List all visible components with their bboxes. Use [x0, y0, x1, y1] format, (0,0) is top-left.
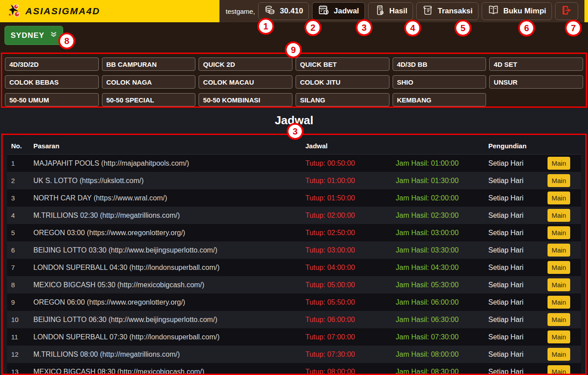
close-time: Tutup: 04:00:00	[301, 264, 392, 272]
bet-type-button[interactable]: 4D SET	[489, 57, 583, 71]
lottery-claw-icon	[6, 3, 21, 20]
coins-icon	[264, 4, 276, 18]
main-button[interactable]: Main	[547, 226, 570, 239]
market-name: UK S. LOTTO (https://ukslott.com/)	[29, 177, 301, 185]
bet-type-button[interactable]: SHIO	[393, 75, 487, 89]
bet-type-grid: 4D/3D/2DBB CAMPURANQUICK 2DQUICK BET4D/3…	[1, 53, 587, 108]
market-name: M.TRILLIONS 08:00 (http://megatrillions.…	[29, 351, 301, 359]
brand-name: ASIASIGMA4D	[25, 6, 100, 16]
nav-jadwal-button[interactable]: Jadwal	[312, 2, 365, 20]
main-button[interactable]: Main	[547, 157, 570, 170]
table-row: 2UK S. LOTTO (https://ukslott.com/)Tutup…	[7, 172, 581, 189]
table-row: 11LONDON SUPERBALL 07:30 (http://londons…	[7, 328, 581, 346]
draw-frequency: Setiap Hari	[484, 194, 543, 202]
result-time: Jam Hasil: 04:30:00	[392, 264, 484, 272]
bet-type-button[interactable]: COLOK BEBAS	[5, 75, 99, 89]
close-time: Tutup: 01:00:00	[301, 177, 392, 185]
nav-hasil-button[interactable]: Hasil	[368, 2, 414, 20]
bet-type-button[interactable]: 4D/3D/2D	[5, 57, 99, 71]
close-time: Tutup: 00:50:00	[301, 159, 392, 167]
nav-hasil-label: Hasil	[389, 7, 408, 16]
bet-type-button[interactable]: COLOK MACAU	[199, 75, 292, 89]
result-time: Jam Hasil: 01:30:00	[392, 177, 484, 185]
result-time: Jam Hasil: 03:00:00	[392, 229, 484, 237]
nav-jadwal-label: Jadwal	[334, 7, 359, 16]
market-name: M.TRILLIONS 02:30 (http://megatrillions.…	[29, 212, 301, 220]
balance-value: 30.410	[280, 7, 303, 16]
main-button[interactable]: Main	[547, 192, 570, 204]
close-time: Tutup: 07:00:00	[301, 333, 392, 341]
market-selector[interactable]: SYDNEY	[4, 26, 63, 45]
main-button[interactable]: Main	[547, 348, 570, 361]
table-body: 1MAJAPAHIT POOLS (http://majapahitpools.…	[7, 155, 581, 375]
row-number: 1	[7, 159, 29, 167]
market-name: NORTH CAR DAY (https://www.wral.com/)	[29, 194, 301, 202]
close-time: Tutup: 06:00:00	[301, 316, 392, 324]
draw-frequency: Setiap Hari	[484, 281, 543, 289]
top-bar: ASIASIGMA4D testgame, 30.410	[0, 0, 588, 22]
bet-type-button[interactable]: BB CAMPURAN	[102, 57, 196, 71]
close-time: Tutup: 02:50:00	[301, 229, 392, 237]
draw-frequency: Setiap Hari	[484, 298, 543, 306]
nav-buku-mimpi-button[interactable]: Buku Mimpi	[482, 2, 552, 20]
table-row: 12M.TRILLIONS 08:00 (http://megatrillion…	[7, 346, 581, 363]
chevron-double-down-icon	[50, 31, 57, 40]
main-button[interactable]: Main	[547, 296, 570, 309]
main-button[interactable]: Main	[547, 330, 570, 343]
main-button[interactable]: Main	[547, 278, 570, 291]
close-time: Tutup: 05:00:00	[301, 281, 392, 289]
main-button[interactable]: Main	[547, 209, 570, 222]
bet-type-button[interactable]: 50-50 SPECIAL	[102, 93, 196, 106]
table-row: 9OREGON 06:00 (https://www.oregonlottery…	[7, 293, 581, 311]
market-name: MEXICO BIGCASH 08:30 (http://mexicobigca…	[29, 368, 301, 375]
nav-transaksi-label: Transaksi	[438, 7, 472, 16]
bet-type-button[interactable]: 50-50 UMUM	[5, 93, 99, 106]
logout-door-icon	[561, 4, 572, 18]
market-name: BEIJING LOTTO 03:30 (http://www.beijings…	[29, 246, 301, 254]
market-name: OREGON 06:00 (https://www.oregonlottery.…	[29, 298, 301, 306]
bet-type-button[interactable]: COLOK NAGA	[102, 75, 196, 89]
result-time: Jam Hasil: 02:30:00	[392, 212, 484, 220]
row-number: 6	[7, 246, 29, 254]
result-time: Jam Hasil: 03:30:00	[392, 246, 484, 254]
bet-type-button[interactable]: COLOK JITU	[296, 75, 389, 89]
bet-type-button[interactable]: 4D/3D BB	[393, 57, 487, 71]
main-button[interactable]: Main	[547, 261, 570, 274]
draw-frequency: Setiap Hari	[484, 212, 543, 220]
close-time: Tutup: 03:00:00	[301, 246, 392, 254]
market-name: MAJAPAHIT POOLS (http://majapahitpools.c…	[29, 159, 301, 167]
row-number: 8	[7, 281, 29, 289]
main-button[interactable]: Main	[547, 244, 570, 257]
nav-transaksi-button[interactable]: Transaksi	[416, 2, 478, 20]
main-button[interactable]: Main	[547, 313, 570, 326]
main-button[interactable]: Main	[547, 365, 570, 375]
logout-button[interactable]	[555, 2, 578, 20]
draw-frequency: Setiap Hari	[484, 229, 543, 237]
draw-frequency: Setiap Hari	[484, 333, 543, 341]
bet-type-button[interactable]: QUICK 2D	[199, 57, 292, 71]
balance-button[interactable]: 30.410	[258, 2, 309, 20]
result-time: Jam Hasil: 07:30:00	[392, 333, 484, 341]
main-button[interactable]: Main	[547, 174, 570, 187]
row-number: 2	[7, 177, 29, 184]
row-number: 9	[7, 298, 29, 306]
bet-type-button[interactable]: 50-50 KOMBINASI	[199, 93, 292, 106]
bet-type-button[interactable]: SILANG	[296, 93, 389, 106]
result-time: Jam Hasil: 05:30:00	[392, 281, 484, 289]
brand-logo[interactable]: ASIASIGMA4D	[0, 0, 219, 22]
col-pengundian: Pengundian	[484, 142, 543, 150]
schedule-section: Jadwal No. Pasaran Jadwal Pengundian 1MA…	[0, 108, 588, 375]
market-name: LONDON SUPERBALL 04:30 (http://londonsup…	[29, 264, 301, 272]
bet-type-button[interactable]: UNSUR	[489, 75, 583, 89]
table-row: 13MEXICO BIGCASH 08:30 (http://mexicobig…	[7, 363, 581, 375]
phone-gear-icon	[374, 4, 385, 18]
nav-buku-mimpi-label: Buku Mimpi	[503, 7, 546, 16]
close-time: Tutup: 02:00:00	[301, 212, 392, 220]
open-book-icon	[487, 4, 499, 18]
row-number: 4	[7, 212, 29, 219]
table-row: 6BEIJING LOTTO 03:30 (http://www.beijing…	[7, 241, 581, 259]
result-time: Jam Hasil: 01:00:00	[392, 159, 484, 167]
bet-type-button[interactable]: KEMBANG	[393, 93, 487, 106]
close-time: Tutup: 05:50:00	[301, 298, 392, 306]
bet-type-button[interactable]: QUICK BET	[296, 57, 389, 71]
